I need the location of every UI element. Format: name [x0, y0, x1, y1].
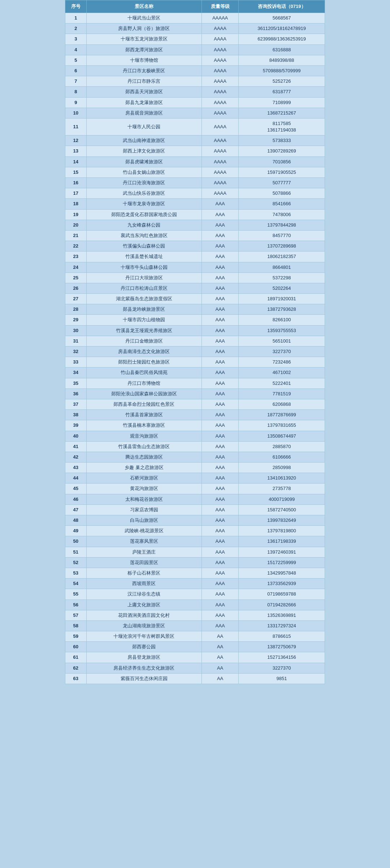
row-name: 丹江口市静乐宫 [86, 76, 202, 87]
row-level: AAA [202, 620, 239, 631]
row-phone: 4671002 [239, 368, 325, 378]
row-num: 57 [65, 610, 87, 620]
row-phone: 5372298 [239, 272, 325, 283]
row-level: AAAA [202, 97, 239, 108]
row-name: 十堰沧浪河千年古树群风景区 [86, 631, 202, 642]
row-level: AA [202, 663, 239, 673]
row-level: AAA [202, 304, 239, 315]
row-name: 莲花田园景区 [86, 557, 202, 568]
row-phone: 15271364156 [239, 652, 325, 663]
row-level: AAA [202, 473, 239, 484]
table-row: 28郧县龙吟峡旅游景区AAA13872793628 [65, 304, 325, 315]
row-phone: 8541666 [239, 199, 325, 209]
table-row: 52莲花田园景区AAA15172259999 [65, 557, 325, 568]
table-row: 15竹山县女娲山旅游区AAAA15971905525 [65, 167, 325, 177]
row-num: 4 [65, 44, 87, 55]
row-phone: 3227370 [239, 663, 325, 673]
row-num: 51 [65, 547, 87, 557]
row-phone: 5709888/5709999 [239, 65, 325, 76]
row-name: 十堰市五龙河旅游景区 [86, 34, 202, 44]
row-phone: 5202264 [239, 283, 325, 293]
row-num: 59 [65, 631, 87, 642]
row-name: 十堰市龙泉寺旅游区 [86, 199, 202, 209]
table-row: 3十堰市五龙河旅游景区AAAA6239988/13636253919 [65, 34, 325, 44]
row-name: 房县观音洞旅游区 [86, 108, 202, 118]
row-phone: 6318777 [239, 87, 325, 97]
row-phone: 7478006 [239, 209, 325, 220]
row-phone: 13972460391 [239, 547, 325, 557]
row-num: 8 [65, 87, 87, 97]
header-num: 序号 [65, 0, 87, 13]
row-phone: 5222401 [239, 378, 325, 388]
table-row: 49武陵峡-桃花源景区AAA13797819800 [65, 526, 325, 536]
row-phone: 5077777 [239, 178, 325, 188]
row-name: 丹江口市松涛山庄景区 [86, 283, 202, 293]
table-row: 1十堰武当山景区AAAAA5668567 [65, 13, 325, 23]
row-num: 60 [65, 642, 87, 652]
table-row: 27湖北紫薇岛生态旅游度假区AAA18971920031 [65, 294, 325, 304]
row-level: AAAA [202, 65, 239, 76]
table-row: 61房县登龙旅游区AA15271364156 [65, 652, 325, 663]
row-num: 45 [65, 484, 87, 494]
row-num: 34 [65, 368, 87, 378]
row-phone: 8457770 [239, 230, 325, 241]
table-row: 56上庸文化旅游区AAA07194282666 [65, 600, 325, 610]
table-row: 33郧阳烈士陵园红色旅游区AAA7232486 [65, 357, 325, 368]
row-num: 52 [65, 557, 87, 568]
row-level: AAA [202, 589, 239, 600]
table-row: 48白马山旅游区AAA13997832649 [65, 515, 325, 526]
row-level: AAA [202, 357, 239, 368]
table-row: 54西坡雨景区AAA13733562939 [65, 579, 325, 589]
row-phone: 13907289269 [239, 146, 325, 156]
row-phone: 8266100 [239, 315, 325, 325]
row-level: AAAA [202, 146, 239, 156]
row-num: 6 [65, 65, 87, 76]
table-row: 11十堰市人民公园AAAA811758513617194038 [65, 118, 325, 135]
table-row: 50莲花寨风景区AAA13617198339 [65, 536, 325, 547]
row-level: AAA [202, 504, 239, 515]
table-row: 59十堰沧浪河千年古树群风景区AA8786615 [65, 631, 325, 642]
row-name: 丹江口市太极峡景区 [86, 65, 202, 76]
table-row: 17武当山快乐谷旅游区AAAA5078866 [65, 188, 325, 199]
table-row: 37郧西县革命烈士陵园红色景区AAA6206868 [65, 399, 325, 409]
row-level: AAAA [202, 156, 239, 167]
row-level: AAAA [202, 118, 239, 135]
row-phone: 13410613920 [239, 473, 325, 484]
row-phone: 5668567 [239, 13, 325, 23]
table-row: 12武当山南神道旅游区AAAA5738333 [65, 136, 325, 146]
row-level: AAA [202, 378, 239, 388]
row-level: AAA [202, 336, 239, 346]
table-row: 25丹江口大坝旅游区AAA5372298 [65, 272, 325, 283]
row-num: 49 [65, 526, 87, 536]
table-row: 14郧县虎啸滩旅游区AAAA7010856 [65, 156, 325, 167]
row-num: 13 [65, 146, 87, 156]
row-level: AAA [202, 494, 239, 504]
table-row: 2房县野人洞（谷）旅游区AAAA3611205/18162478919 [65, 23, 325, 34]
row-num: 28 [65, 304, 87, 315]
row-phone: 15872740500 [239, 504, 325, 515]
row-phone: 7781519 [239, 388, 325, 399]
row-num: 20 [65, 220, 87, 230]
row-num: 43 [65, 463, 87, 473]
row-level: AAA [202, 600, 239, 610]
row-num: 31 [65, 336, 87, 346]
row-num: 46 [65, 494, 87, 504]
table-row: 9郧县九龙瀑旅游区AAAA7108999 [65, 97, 325, 108]
row-level: AA [202, 642, 239, 652]
row-level: AAA [202, 568, 239, 578]
row-level: AAA [202, 262, 239, 272]
row-name: 紫薇百河生态休闲庄园 [86, 673, 202, 684]
table-row: 10房县观音洞旅游区AAAA13687215267 [65, 108, 325, 118]
row-name: 湖北紫薇岛生态旅游度假区 [86, 294, 202, 304]
row-name: 丹江口市博物馆 [86, 378, 202, 388]
row-name: 郧阳恐龙蛋化石群国家地质公园 [86, 209, 202, 220]
row-level: AAA [202, 410, 239, 420]
row-level: AAA [202, 315, 239, 325]
row-level: AAA [202, 294, 239, 304]
scenic-area-table: 序号 景区名称 质量等级 咨询投诉电话（0719） 1十堰武当山景区AAAAA5… [65, 0, 325, 684]
row-name: 襄武当东沟红色旅游区 [86, 230, 202, 241]
row-phone: 15971905525 [239, 167, 325, 177]
row-level: AAA [202, 283, 239, 293]
row-num: 19 [65, 209, 87, 220]
row-name: 白马山旅游区 [86, 515, 202, 526]
